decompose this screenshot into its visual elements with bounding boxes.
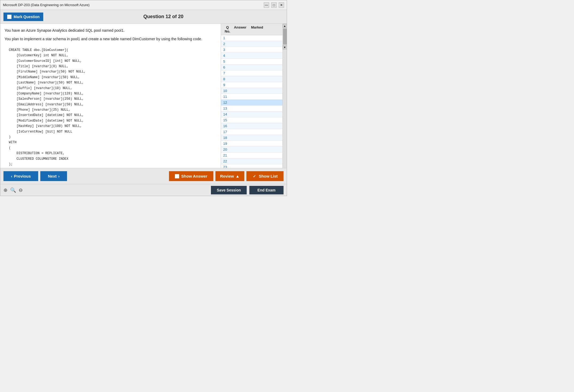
- question-list-row[interactable]: 12: [221, 100, 282, 106]
- question-paragraph-2: You plan to implement a star schema in p…: [5, 36, 217, 42]
- previous-button[interactable]: ‹ Previous: [3, 171, 38, 181]
- right-panel-header: Q No. Answer Marked: [221, 24, 282, 35]
- question-marked: [257, 71, 282, 75]
- question-marked: [257, 36, 282, 40]
- question-list-row[interactable]: 1: [221, 35, 282, 41]
- next-label: Next: [48, 174, 57, 178]
- question-number[interactable]: 12: [221, 101, 232, 105]
- question-number[interactable]: 6: [221, 65, 232, 69]
- question-list-row[interactable]: 9: [221, 82, 282, 88]
- question-marked: [257, 124, 282, 128]
- question-marked: [257, 118, 282, 122]
- question-number[interactable]: 3: [221, 48, 232, 52]
- question-list-row[interactable]: 2: [221, 41, 282, 47]
- question-list-row[interactable]: 13: [221, 106, 282, 111]
- question-marked: [257, 101, 282, 105]
- scroll-thumb[interactable]: [283, 29, 287, 45]
- header-bar: Mark Question Question 12 of 20: [0, 10, 287, 24]
- question-marked: [257, 54, 282, 58]
- question-number[interactable]: 9: [221, 83, 232, 87]
- previous-label: Previous: [14, 174, 31, 178]
- question-list-row[interactable]: 19: [221, 141, 282, 147]
- question-number[interactable]: 1: [221, 36, 232, 40]
- question-number[interactable]: 4: [221, 54, 232, 58]
- question-number[interactable]: 16: [221, 124, 232, 128]
- review-label: Review: [220, 174, 234, 178]
- next-button[interactable]: Next ›: [40, 171, 67, 181]
- mark-question-button[interactable]: Mark Question: [3, 13, 43, 21]
- show-answer-button[interactable]: Show Answer: [169, 171, 213, 181]
- scroll-up-button[interactable]: ▲: [283, 24, 287, 28]
- zoom-out-button[interactable]: ⊖: [19, 187, 23, 193]
- question-list-row[interactable]: 7: [221, 70, 282, 76]
- question-list-row[interactable]: 4: [221, 53, 282, 59]
- question-number[interactable]: 5: [221, 59, 232, 63]
- question-marked: [257, 159, 282, 163]
- question-number[interactable]: 13: [221, 106, 232, 110]
- question-number[interactable]: 17: [221, 130, 232, 134]
- save-session-button[interactable]: Save Session: [211, 186, 247, 194]
- zoom-bar: ⊕ 🔍 ⊖ Save Session End Exam: [0, 184, 287, 196]
- question-number[interactable]: 21: [221, 153, 232, 157]
- show-answer-label: Show Answer: [181, 174, 207, 178]
- header-qno: Q No.: [221, 25, 232, 33]
- main-window: Microsoft DP-203 (Data Engineering on Mi…: [0, 0, 287, 196]
- question-title: Question 12 of 20: [43, 14, 284, 19]
- question-answer: [232, 65, 257, 69]
- question-list-row[interactable]: 23: [221, 164, 282, 168]
- question-list-row[interactable]: 6: [221, 65, 282, 70]
- question-list-row[interactable]: 15: [221, 117, 282, 123]
- question-number[interactable]: 22: [221, 159, 232, 163]
- question-marked: [257, 42, 282, 46]
- question-number[interactable]: 23: [221, 165, 232, 168]
- question-list-row[interactable]: 5: [221, 59, 282, 65]
- question-list-row[interactable]: 14: [221, 111, 282, 117]
- show-list-icon: ✓: [252, 174, 257, 178]
- question-answer: [232, 165, 257, 168]
- window-controls: — □ ✕: [264, 2, 284, 8]
- question-list: 1 2 3 4 5 6 7 8 9 10 11: [221, 35, 282, 168]
- question-list-row[interactable]: 16: [221, 123, 282, 129]
- question-answer: [232, 89, 257, 93]
- question-list-row[interactable]: 11: [221, 94, 282, 100]
- zoom-reset-button[interactable]: 🔍: [10, 187, 16, 193]
- question-answer: [232, 106, 257, 110]
- show-list-label: Show List: [259, 174, 278, 178]
- prev-chevron-icon: ‹: [11, 174, 12, 178]
- close-button[interactable]: ✕: [279, 2, 284, 8]
- question-number[interactable]: 10: [221, 89, 232, 93]
- end-exam-button[interactable]: End Exam: [249, 186, 284, 194]
- question-list-row[interactable]: 10: [221, 88, 282, 94]
- question-marked: [257, 136, 282, 140]
- question-number[interactable]: 15: [221, 118, 232, 122]
- question-number[interactable]: 20: [221, 147, 232, 151]
- question-number[interactable]: 8: [221, 77, 232, 81]
- question-number[interactable]: 11: [221, 95, 232, 99]
- question-answer: [232, 112, 257, 116]
- question-list-row[interactable]: 21: [221, 153, 282, 158]
- zoom-in-button[interactable]: ⊕: [3, 187, 7, 193]
- show-answer-icon: [175, 174, 179, 178]
- question-answer: [232, 42, 257, 46]
- question-number[interactable]: 7: [221, 71, 232, 75]
- question-number[interactable]: 2: [221, 42, 232, 46]
- right-panel: Q No. Answer Marked 1 2 3 4 5 6 7 8: [221, 24, 282, 168]
- question-list-row[interactable]: 20: [221, 147, 282, 153]
- question-number[interactable]: 18: [221, 136, 232, 140]
- minimize-button[interactable]: —: [264, 2, 269, 8]
- maximize-button[interactable]: □: [271, 2, 277, 8]
- show-list-button[interactable]: ✓ Show List: [246, 171, 284, 181]
- question-list-row[interactable]: 8: [221, 76, 282, 82]
- question-number[interactable]: 19: [221, 142, 232, 146]
- scroll-down-button[interactable]: ▼: [283, 45, 287, 49]
- question-list-row[interactable]: 3: [221, 47, 282, 53]
- question-paragraph-1: You have an Azure Synapse Analytics dedi…: [5, 27, 217, 33]
- question-list-row[interactable]: 18: [221, 135, 282, 141]
- review-button[interactable]: Review ▲: [215, 171, 245, 181]
- question-number[interactable]: 14: [221, 112, 232, 116]
- question-list-row[interactable]: 17: [221, 129, 282, 135]
- question-answer: [232, 36, 257, 40]
- question-list-row[interactable]: 22: [221, 158, 282, 164]
- question-marked: [257, 142, 282, 146]
- header-answer: Answer: [232, 25, 249, 33]
